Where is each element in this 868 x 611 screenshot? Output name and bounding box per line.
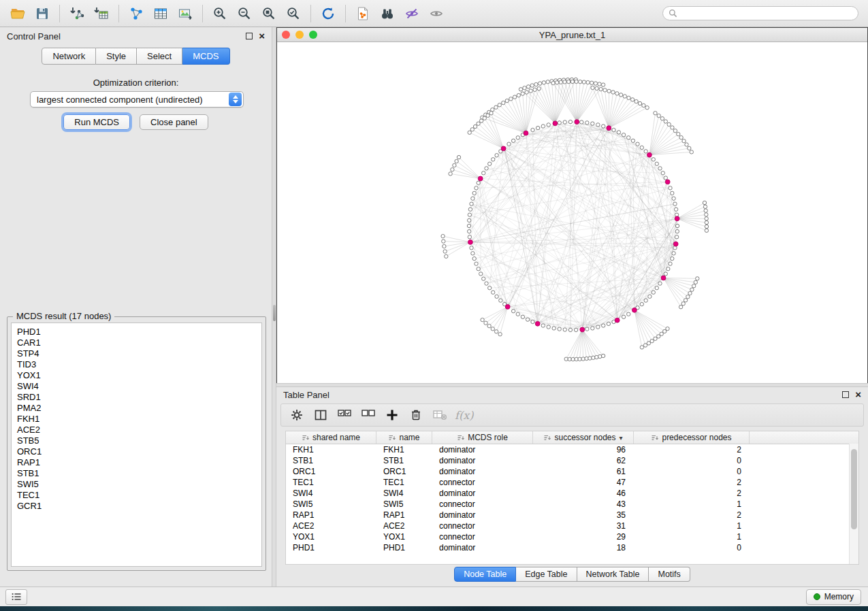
column-header-filler: [750, 431, 858, 444]
zoom-selected-button[interactable]: [281, 3, 306, 24]
tab-network[interactable]: Network: [42, 48, 96, 65]
run-mcds-button[interactable]: Run MCDS: [63, 114, 130, 130]
hide-selected-button[interactable]: [400, 3, 424, 24]
tab-style[interactable]: Style: [96, 48, 137, 65]
mcds-result-item[interactable]: YOX1: [12, 370, 261, 381]
float-panel-icon[interactable]: [246, 33, 253, 39]
vertical-splitter[interactable]: [272, 27, 276, 587]
cell-mcds_role: dominator: [432, 542, 533, 553]
mcds-result-item[interactable]: FKH1: [12, 414, 261, 425]
refresh-icon: [320, 5, 336, 22]
mcds-result-item[interactable]: SWI4: [12, 381, 261, 392]
mcds-result-item[interactable]: ACE2: [12, 425, 261, 435]
table-row[interactable]: ACE2ACE2connector311: [286, 521, 858, 531]
delete-column-button[interactable]: [407, 406, 425, 424]
export-image-button[interactable]: [173, 3, 197, 24]
close-table-panel-icon[interactable]: ×: [855, 391, 861, 398]
scrollbar-thumb[interactable]: [851, 449, 857, 529]
refresh-layout-button[interactable]: [316, 3, 340, 24]
cell-predecessor_nodes: 1: [634, 521, 750, 531]
import-table-button[interactable]: [89, 3, 114, 24]
mcds-result-item[interactable]: GCR1: [12, 501, 261, 512]
tab-edge-table[interactable]: Edge Table: [516, 567, 577, 582]
mcds-result-item[interactable]: PMA2: [12, 403, 261, 414]
search-input[interactable]: [681, 8, 852, 19]
columns-icon: [314, 408, 327, 422]
table-row[interactable]: ORC1ORC1dominator610: [286, 466, 858, 477]
mcds-result-item[interactable]: ORC1: [12, 446, 261, 457]
cell-successor_nodes: 35: [533, 510, 634, 521]
table-row[interactable]: RAP1RAP1dominator352: [286, 510, 858, 521]
cell-shared_name: PHD1: [286, 542, 376, 553]
deselect-all-button[interactable]: [359, 406, 377, 424]
new-table-icon: [152, 5, 169, 22]
table-row[interactable]: YOX1YOX1connector291: [286, 531, 858, 542]
column-header-successor-nodes[interactable]: successor nodes▾: [533, 431, 634, 444]
cell-mcds_role: dominator: [432, 455, 533, 466]
mcds-result-item[interactable]: TID3: [12, 359, 261, 370]
mcds-result-item[interactable]: STB1: [12, 468, 261, 479]
mcds-result-item[interactable]: RAP1: [12, 457, 261, 468]
column-header-predecessor-nodes[interactable]: predecessor nodes: [634, 431, 750, 444]
table-panel-title: Table Panel: [283, 390, 329, 400]
tab-mcds[interactable]: MCDS: [182, 48, 229, 65]
table-row[interactable]: TEC1TEC1connector472: [286, 477, 858, 488]
import-network-button[interactable]: [65, 3, 89, 24]
cell-successor_nodes: 31: [533, 521, 634, 531]
tab-motifs[interactable]: Motifs: [649, 567, 690, 582]
table-settings-button[interactable]: [288, 406, 306, 424]
mcds-result-item[interactable]: STP4: [12, 348, 261, 359]
cell-mcds_role: connector: [432, 521, 533, 531]
close-panel-button[interactable]: Close panel: [140, 114, 208, 130]
table-row[interactable]: STB1STB1dominator620: [286, 455, 858, 466]
zoom-fit-button[interactable]: [257, 3, 281, 24]
cell-name: YOX1: [376, 531, 432, 542]
tab-select[interactable]: Select: [137, 48, 182, 65]
network-graph[interactable]: [277, 42, 867, 383]
cell-shared_name: FKH1: [286, 444, 376, 455]
column-header-mcds-role[interactable]: MCDS role: [432, 431, 533, 444]
cell-name: RAP1: [376, 510, 432, 521]
zoom-in-button[interactable]: [208, 3, 232, 24]
gear-icon: [290, 408, 304, 422]
mcds-result-item[interactable]: SWI5: [12, 479, 261, 490]
add-column-button[interactable]: [383, 406, 401, 424]
table-scrollbar[interactable]: [849, 444, 858, 564]
mcds-result-item[interactable]: SRD1: [12, 392, 261, 403]
column-header-shared-name[interactable]: shared name: [286, 431, 376, 444]
memory-button[interactable]: Memory: [806, 589, 861, 605]
save-button[interactable]: [30, 3, 54, 24]
table-row[interactable]: PHD1PHD1dominator180: [286, 542, 858, 553]
tab-network-table[interactable]: Network Table: [577, 567, 649, 582]
table-row[interactable]: SWI4SWI4dominator462: [286, 488, 858, 499]
table-row[interactable]: FKH1FKH1dominator962: [286, 444, 858, 455]
import-network-icon: [69, 5, 85, 22]
search-binoculars-button[interactable]: [375, 3, 400, 24]
mcds-result-item[interactable]: CAR1: [12, 337, 261, 348]
close-panel-icon[interactable]: ×: [259, 33, 265, 39]
zoom-out-button[interactable]: [232, 3, 257, 24]
show-columns-button[interactable]: [312, 406, 329, 424]
mcds-result-item[interactable]: STB5: [12, 435, 261, 446]
mcds-result-item[interactable]: PHD1: [12, 327, 261, 337]
new-network-button[interactable]: [124, 3, 148, 24]
delete-table-icon: [432, 408, 447, 422]
float-table-panel-icon[interactable]: [842, 391, 849, 398]
function-builder-button-disabled[interactable]: f(x): [455, 406, 473, 424]
table-row[interactable]: SWI5SWI5connector431: [286, 499, 858, 510]
list-icon: [12, 593, 21, 601]
task-history-button[interactable]: [5, 589, 27, 605]
delete-table-button-disabled[interactable]: [431, 406, 449, 424]
show-all-button[interactable]: [424, 3, 449, 24]
tab-node-table[interactable]: Node Table: [454, 567, 516, 582]
zoom-out-icon: [236, 5, 253, 22]
new-table-button[interactable]: [148, 3, 173, 24]
search-field[interactable]: [662, 6, 858, 20]
open-button[interactable]: [5, 3, 30, 24]
mcds-result-item[interactable]: TEC1: [12, 490, 261, 501]
column-header-name[interactable]: name: [376, 431, 432, 444]
criterion-dropdown[interactable]: largest connected component (undirected): [30, 91, 244, 108]
cell-predecessor_nodes: 2: [634, 444, 750, 455]
network-from-selection-button[interactable]: [351, 3, 375, 24]
select-all-button[interactable]: [336, 406, 353, 424]
